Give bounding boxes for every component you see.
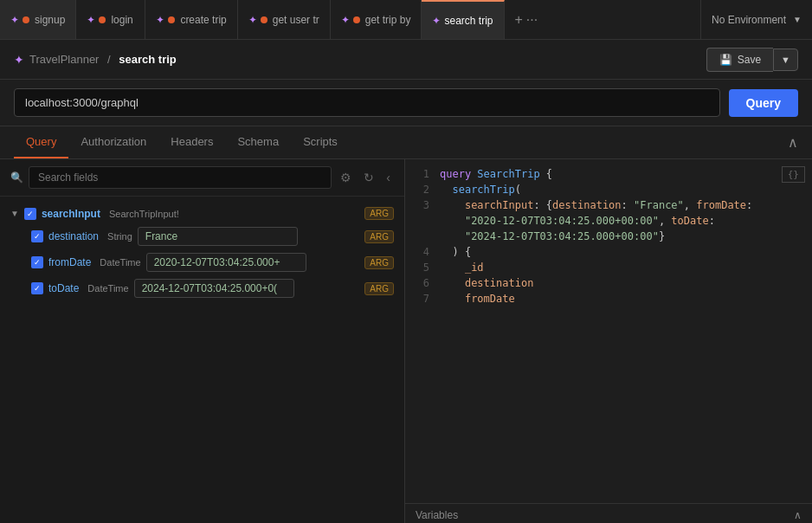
breadcrumb-separator: / [107,53,111,66]
code-line-2: searchTrip( [440,182,752,197]
format-code-button[interactable]: {} [782,166,805,183]
tab-actions: + ··· [508,12,545,28]
save-icon: 💾 [719,54,732,66]
code-line-6: destination [440,275,752,291]
tab-dot-get-user-tr [261,16,267,23]
field-row-destination: destination String ARG [10,223,394,249]
tab-icon-search-trip: ✦ [432,15,441,27]
field-name-todate: toDate [48,282,79,294]
tab-get-user-tr[interactable]: ✦ get user tr [238,0,331,39]
filter-icon[interactable]: ⚙ [337,169,355,186]
tab-icon-get-trip-by: ✦ [341,14,350,26]
tab-signup[interactable]: ✦ signup [0,0,76,39]
group-field-name: searchInput [42,208,100,220]
query-button[interactable]: Query [729,89,798,117]
tab-login[interactable]: ✦ login [76,0,145,39]
code-line-3a: searchInput: {destination: "France", fro… [440,197,752,213]
save-label: Save [738,54,761,66]
env-selector[interactable]: No Environment ▼ [700,0,812,39]
group-checkbox[interactable] [24,208,36,220]
code-line-5: _id [440,260,752,275]
sub-tab-query[interactable]: Query [14,126,68,158]
brand-icon: ✦ [14,53,24,67]
code-content: query SearchTrip { searchTrip( searchInp… [440,166,759,307]
field-checkbox-destination[interactable] [31,230,43,242]
field-value-fromdate[interactable] [146,253,306,272]
variables-bar: Variables ∧ [405,503,812,523]
field-checkbox-fromdate[interactable] [31,256,43,268]
tab-create-trip[interactable]: ✦ create trip [145,0,237,39]
field-checkbox-todate[interactable] [31,282,43,294]
field-name-fromdate: fromDate [48,256,91,268]
tab-dot-get-trip-by [353,16,360,23]
tab-label-signup: signup [35,14,65,26]
field-arg-fromdate: ARG [364,256,394,269]
field-row-todate: toDate DateTime ARG [10,275,394,301]
field-arg-destination: ARG [364,230,394,243]
field-arg-todate: ARG [364,282,394,295]
code-editor[interactable]: {} 123 4567 query SearchTrip { searchTri… [405,159,812,503]
field-type-fromdate: DateTime [100,257,140,268]
sub-tabs: Query Authorization Headers Schema Scrip… [0,126,812,159]
field-value-destination[interactable] [138,227,298,246]
field-type-todate: DateTime [87,283,128,294]
code-line-1: query SearchTrip { [440,166,752,182]
code-line-3c: "2024-12-07T03:04:25.000+00:00"} [440,229,752,244]
collapse-left-icon[interactable]: ‹ [383,169,394,186]
current-page: search trip [119,53,176,66]
tab-label-login: login [111,14,132,26]
env-label: No Environment [712,14,786,26]
search-fields-row: 🔍 ⚙ ↻ ‹ [0,159,404,197]
tab-search-trip[interactable]: ✦ search trip [422,0,504,39]
refresh-icon[interactable]: ↻ [360,169,377,186]
variables-label: Variables [416,509,458,521]
tab-label-search-trip: search trip [444,15,493,27]
tab-bar: ✦ signup ✦ login ✦ create trip ✦ get use… [0,0,812,40]
sub-tab-authorization[interactable]: Authorization [68,126,158,158]
search-fields-input[interactable] [29,166,332,189]
code-line-3b: "2020-12-07T03:04:25.000+00:00", toDate: [440,213,752,229]
sub-tab-headers[interactable]: Headers [158,126,225,158]
field-group-header[interactable]: ▼ searchInput SearchTripInput! ARG [10,203,394,223]
field-row-fromdate: fromDate DateTime ARG [10,249,394,275]
add-tab-button[interactable]: + [515,12,523,28]
sub-tab-scripts[interactable]: Scripts [291,126,350,158]
variables-collapse-button[interactable]: ∧ [794,509,802,521]
env-chevron-icon: ▼ [793,15,802,24]
field-group-search-input: ▼ searchInput SearchTripInput! ARG desti… [10,203,394,301]
right-panel: {} 123 4567 query SearchTrip { searchTri… [405,159,812,523]
tab-label-get-user-tr: get user tr [273,14,319,26]
main-split: 🔍 ⚙ ↻ ‹ ▼ searchInput SearchTripInput! A… [0,159,812,523]
field-tree: ▼ searchInput SearchTripInput! ARG desti… [0,197,404,523]
header-bar: ✦ TravelPlanner / search trip 💾 Save ▼ [0,40,812,80]
tab-icon-signup: ✦ [10,14,19,26]
breadcrumb: TravelPlanner / search trip [29,53,177,66]
app-name[interactable]: TravelPlanner [29,53,99,66]
save-button-group: 💾 Save ▼ [706,48,798,72]
left-panel: 🔍 ⚙ ↻ ‹ ▼ searchInput SearchTripInput! A… [0,159,405,523]
tab-label-get-trip-by: get trip by [365,14,411,26]
more-tabs-button[interactable]: ··· [526,12,538,28]
tab-icon-login: ✦ [87,14,95,26]
url-input[interactable] [14,88,720,117]
tab-dot-signup [23,16,29,23]
group-field-type: SearchTripInput! [109,209,179,219]
sub-tab-schema[interactable]: Schema [225,126,291,158]
code-line-7: fromDate [440,291,752,307]
save-button[interactable]: 💾 Save [706,48,773,72]
field-name-destination: destination [48,230,99,242]
collapse-panel-button[interactable]: ∧ [788,134,798,151]
group-collapse-arrow: ▼ [10,209,19,218]
line-numbers: 123 4567 [405,166,436,307]
save-dropdown-button[interactable]: ▼ [773,48,798,71]
tab-label-create-trip: create trip [180,14,226,26]
tab-get-trip-by[interactable]: ✦ get trip by [331,0,422,39]
field-value-todate[interactable] [134,279,294,298]
tab-dot-login [99,16,106,23]
search-icon: 🔍 [10,171,23,184]
field-type-destination: String [107,231,132,242]
code-line-4: ) { [440,244,752,260]
tab-icon-get-user-tr: ✦ [248,14,257,26]
url-bar: Query [0,80,812,126]
tab-icon-create-trip: ✦ [156,14,164,26]
